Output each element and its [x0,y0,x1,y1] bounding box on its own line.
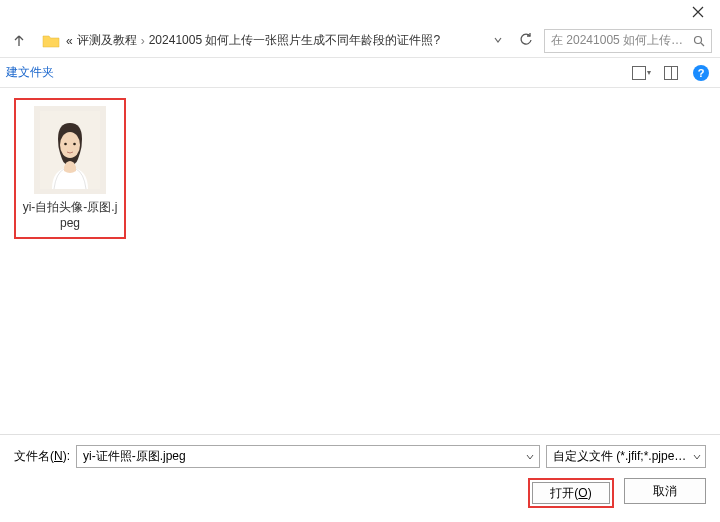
svg-point-0 [695,36,702,43]
chevron-down-icon: ▾ [647,68,651,77]
breadcrumb-sep-icon: › [141,34,145,48]
folder-icon [42,32,60,50]
address-bar: « 评测及教程 › 20241005 如何上传一张照片生成不同年龄段的证件照? … [0,24,720,58]
breadcrumb-prefix: « [66,34,73,48]
filetype-select[interactable]: 自定义文件 (*.jfif;*.pjpeg;*.jpeg [546,445,706,468]
filename-row: 文件名(N): 自定义文件 (*.jfif;*.pjpeg;*.jpeg [14,445,706,468]
help-button[interactable]: ? [688,62,714,84]
dialog-footer: 文件名(N): 自定义文件 (*.jfif;*.pjpeg;*.jpeg 打开(… [0,434,720,522]
cancel-button[interactable]: 取消 [624,478,706,504]
view-mode-button[interactable]: ▾ [628,62,654,84]
up-arrow-icon [12,34,26,48]
filename-input[interactable] [77,446,521,467]
refresh-icon [519,32,533,46]
file-list[interactable]: yi-自拍头像-原图.jpeg [0,88,720,434]
titlebar [0,0,720,24]
address-dropdown[interactable] [488,34,508,48]
chevron-down-icon [693,453,701,461]
filetype-value: 自定义文件 (*.jfif;*.pjpeg;*.jpeg [553,448,693,465]
filename-dropdown[interactable] [521,450,539,464]
view-icon [632,66,646,80]
search-input[interactable]: 在 20241005 如何上传一张… [544,29,712,53]
refresh-button[interactable] [514,32,538,49]
button-row: 打开(O) 取消 [14,478,706,508]
svg-point-4 [73,143,76,146]
up-button[interactable] [8,30,30,52]
open-button-highlight: 打开(O) [528,478,614,508]
search-placeholder: 在 20241005 如何上传一张… [551,32,687,49]
file-name: yi-自拍头像-原图.jpeg [22,200,118,231]
file-item[interactable]: yi-自拍头像-原图.jpeg [14,98,126,239]
close-button[interactable] [676,0,720,24]
file-thumbnail [34,106,106,194]
breadcrumb-part[interactable]: 20241005 如何上传一张照片生成不同年龄段的证件照? [149,32,440,49]
open-button[interactable]: 打开(O) [532,482,610,504]
svg-point-3 [64,143,67,146]
filename-label: 文件名(N): [14,448,70,465]
photo-thumbnail-icon [40,111,100,189]
close-icon [692,6,704,18]
preview-pane-button[interactable] [658,62,684,84]
chevron-down-icon [526,453,534,461]
breadcrumb[interactable]: « 评测及教程 › 20241005 如何上传一张照片生成不同年龄段的证件照? [66,32,482,49]
new-folder-button[interactable]: 建文件夹 [6,64,54,81]
preview-pane-icon [664,66,678,80]
help-icon: ? [693,65,709,81]
toolbar: 建文件夹 ▾ ? [0,58,720,88]
chevron-down-icon [493,35,503,45]
svg-point-2 [60,132,80,158]
breadcrumb-part[interactable]: 评测及教程 [77,32,137,49]
search-icon [693,35,705,47]
filename-input-wrap [76,445,540,468]
